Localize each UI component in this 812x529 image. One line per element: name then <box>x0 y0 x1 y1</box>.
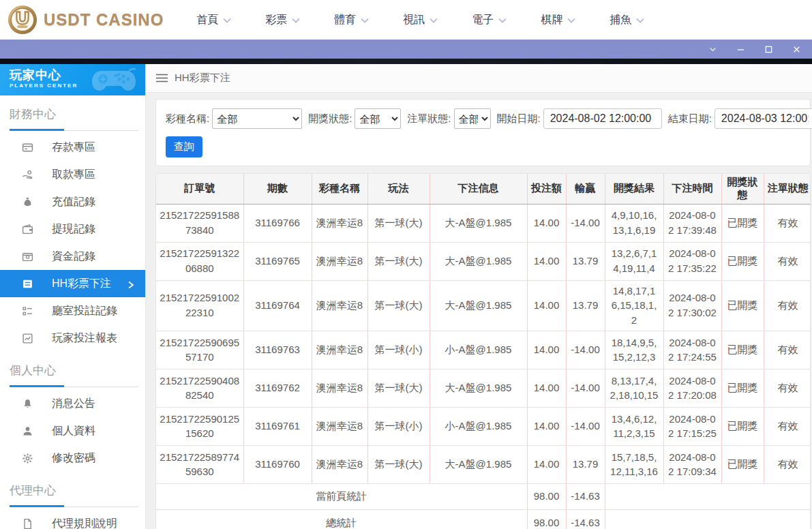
table-cell: 第一球(大) <box>367 369 430 407</box>
table-row: 215217225897745963031169760澳洲幸运8第一球(大)大-… <box>156 445 811 483</box>
table-cell: 小-A盤@1.985 <box>430 407 527 445</box>
lottery-name-select[interactable]: 全部 <box>212 108 302 129</box>
table-cell: 澳洲幸运8 <box>312 280 367 331</box>
search-button[interactable]: 查詢 <box>166 136 202 157</box>
table-header-row: 訂單號期數彩種名稱玩法下注信息投注額輸贏開獎結果下注時間開獎狀態注單狀態 <box>156 174 811 204</box>
summary-row: 總統計98.00-14.63 <box>156 509 811 529</box>
table-cell: 第一球(大) <box>367 242 430 280</box>
table-row: 215217225913220688031169765澳洲幸运8第一球(大)大-… <box>156 242 811 280</box>
order-status-select[interactable]: 全部 <box>454 108 491 129</box>
table-cell: 已開獎 <box>721 445 764 483</box>
table-cell: 13,4,6,12,11,2,3,15 <box>605 407 663 445</box>
nav-item[interactable]: 電子 <box>472 13 507 27</box>
table-row: 215217225910022231031169764澳洲幸运8第一球(大)大-… <box>156 280 811 331</box>
sidebar-item-label: 存款專區 <box>52 140 95 155</box>
table-cell: -14.00 <box>566 369 605 407</box>
sidebar-item-label: 廳室投註記錄 <box>52 304 117 318</box>
sidebar-section-title: 代理中心 <box>10 483 145 498</box>
section-underline <box>10 505 138 507</box>
table-cell: 13.79 <box>566 445 605 483</box>
sidebar-item-recharge-record[interactable]: 充值記錄 <box>0 188 145 215</box>
draw-status-select[interactable]: 全部 <box>355 108 401 129</box>
nav-item[interactable]: 視訊 <box>403 13 438 27</box>
table-row: 215217225901251562031169761澳洲幸运8第一球(小)小-… <box>156 407 811 445</box>
nav-item[interactable]: 首頁 <box>196 13 231 27</box>
nav-item[interactable]: 彩票 <box>265 13 300 27</box>
table-cell: 有效 <box>764 204 811 242</box>
table-cell: 澳洲幸运8 <box>312 445 367 483</box>
nav-item-label: 電子 <box>472 13 494 27</box>
nav-item[interactable]: 捕魚 <box>610 13 644 27</box>
table-cell: 第一球(大) <box>367 445 430 483</box>
sidebar-item-document[interactable]: 代理規則說明 <box>0 510 145 529</box>
sidebar-item-deposit-card[interactable]: 存款專區 <box>0 134 145 161</box>
table-cell: 13,2,6,7,14,19,11,4 <box>605 242 663 280</box>
sidebar-item-label: 代理規則說明 <box>52 517 117 529</box>
table-cell: 14.00 <box>527 331 566 369</box>
table-cell: 有效 <box>764 280 811 331</box>
close-button[interactable] <box>792 44 801 54</box>
dark-divider-strip <box>0 59 812 64</box>
table-cell: 14.00 <box>527 280 566 331</box>
sidebar-header: 玩家中心 PLAYERS CENTER <box>0 64 145 95</box>
sidebar-item-bell[interactable]: 消息公告 <box>0 390 145 417</box>
lottery-bet-icon <box>22 278 33 290</box>
table-cell: 14.00 <box>527 369 566 407</box>
start-date-label: 開始日期: <box>497 112 541 125</box>
end-date-input[interactable] <box>715 108 812 129</box>
table-cell: 已開獎 <box>721 242 764 280</box>
top-header: USDT CASINO 首頁彩票體育視訊電子棋牌捕魚 <box>0 0 812 40</box>
end-date-label: 結束日期: <box>668 112 712 125</box>
table-cell: 第一球(小) <box>367 407 430 445</box>
document-icon <box>22 518 33 529</box>
chevron-down-icon <box>567 14 575 26</box>
table-cell: 2152172259069557170 <box>156 331 243 369</box>
table-cell: 2024-08-02 17:39:48 <box>663 204 721 242</box>
table-cell: 31169762 <box>243 369 312 407</box>
table-cell: 大-A盤@1.985 <box>430 204 527 242</box>
sidebar-item-gear[interactable]: 修改密碼 <box>0 444 145 472</box>
nav-item[interactable]: 體育 <box>334 13 369 27</box>
table-cell: 2024-08-02 17:09:34 <box>663 445 721 483</box>
sidebar-item-lottery-bet[interactable]: HH彩票下注 <box>0 270 145 297</box>
table-cell: 15,7,18,5,12,11,3,16 <box>605 445 663 483</box>
column-header: 期數 <box>243 174 312 204</box>
content: 彩種名稱: 全部 開獎狀態: 全部 注單狀態: <box>146 93 812 529</box>
recharge-record-icon <box>22 196 33 208</box>
table-cell: 14.00 <box>527 407 566 445</box>
start-date-input[interactable] <box>543 108 662 129</box>
column-header: 投注額 <box>527 174 566 204</box>
sidebar-item-label: 充值記錄 <box>52 195 95 209</box>
table-cell: 4,9,10,16,13,1,6,19 <box>605 204 663 242</box>
column-header: 彩種名稱 <box>312 174 367 204</box>
table-cell: 第一球(大) <box>367 280 430 331</box>
table-row: 215217225906955717031169763澳洲幸运8第一球(小)小-… <box>156 331 811 369</box>
sidebar-item-withdrawal-record[interactable]: 提現記錄 <box>0 215 145 243</box>
nav-item-label: 捕魚 <box>610 13 631 27</box>
table-cell: 2024-08-02 17:35:22 <box>663 242 721 280</box>
logo[interactable]: USDT CASINO <box>0 4 164 35</box>
table-cell: 2152172258977459630 <box>156 445 243 483</box>
window-menu-chevron-icon[interactable] <box>708 44 717 54</box>
nav-item[interactable]: 棋牌 <box>541 13 575 27</box>
sidebar-item-room-bet-list[interactable]: 廳室投註記錄 <box>0 297 145 324</box>
sidebar-item-user[interactable]: 個人資料 <box>0 417 145 444</box>
sidebar-item-label: 取款專區 <box>52 168 95 182</box>
table-cell: 2024-08-02 17:15:25 <box>663 407 721 445</box>
table-cell: 有效 <box>764 331 811 369</box>
table-cell: 31169760 <box>243 445 312 483</box>
table-cell: 18,14,9,5,15,2,12,3 <box>605 331 663 369</box>
player-report-icon <box>22 333 33 344</box>
table-cell: 第一球(大) <box>367 204 430 242</box>
column-header: 玩法 <box>367 174 430 204</box>
sidebar-item-withdraw-hand[interactable]: 取款專區 <box>0 161 145 188</box>
filter-panel: 彩種名稱: 全部 開獎狀態: 全部 注單狀態: <box>155 99 811 166</box>
user-icon <box>22 425 33 437</box>
table-cell: 2024-08-02 17:30:02 <box>663 280 721 331</box>
sidebar-item-player-report[interactable]: 玩家投注報表 <box>0 324 145 352</box>
minimize-button[interactable] <box>736 44 745 54</box>
maximize-button[interactable] <box>764 44 773 54</box>
usdt-coin-icon <box>7 4 38 35</box>
sidebar-item-funds-record[interactable]: 資金記錄 <box>0 243 145 270</box>
hamburger-menu-icon[interactable] <box>156 74 168 82</box>
